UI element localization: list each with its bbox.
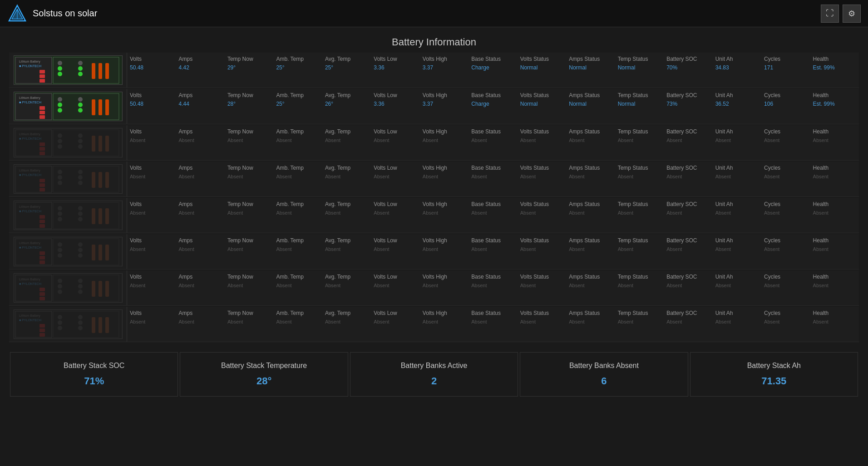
col-header-volts-low: Volts Low bbox=[374, 165, 397, 171]
col-header-temp-now: Temp Now bbox=[227, 165, 253, 171]
bat-4-absent-0: Absent bbox=[130, 174, 145, 179]
battery-image-3: Lithium Battery■ PYLONTECH bbox=[9, 125, 127, 160]
svg-point-132 bbox=[58, 326, 62, 330]
bat-6-absent-11: Absent bbox=[666, 246, 682, 252]
col-header-battery-soc: Battery SOC bbox=[666, 56, 697, 62]
bat-7-absent-1: Absent bbox=[178, 283, 194, 288]
footer-cards: Battery Stack SOC71%Battery Stack Temper… bbox=[9, 351, 859, 397]
svg-rect-34 bbox=[92, 99, 95, 115]
col-header-volts: Volts bbox=[130, 165, 142, 171]
svg-rect-92 bbox=[39, 251, 45, 255]
col-header-volts-status: Volts Status bbox=[520, 56, 549, 62]
col-header-volts-low: Volts Low bbox=[374, 128, 397, 135]
svg-rect-69 bbox=[99, 172, 102, 188]
battery-data-7: VoltsAmpsTemp NowAmb. TempAvg. TempVolts… bbox=[127, 270, 859, 305]
svg-point-113 bbox=[58, 279, 62, 283]
col-header-amb.-temp: Amb. Temp bbox=[276, 310, 303, 316]
bat-5-absent-10: Absent bbox=[618, 210, 633, 216]
col-header-cycles: Cycles bbox=[764, 237, 780, 244]
svg-rect-17 bbox=[92, 63, 95, 79]
battery-image-5: Lithium Battery■ PYLONTECH bbox=[9, 198, 127, 233]
svg-rect-86 bbox=[99, 208, 102, 224]
bat-1-val-10: Normal bbox=[618, 64, 636, 71]
summary-card-value-0: 71% bbox=[20, 375, 168, 387]
col-header-health: Health bbox=[813, 128, 829, 135]
summary-card-0: Battery Stack SOC71% bbox=[10, 352, 178, 397]
col-header-volts-status: Volts Status bbox=[520, 310, 549, 316]
svg-rect-93 bbox=[39, 256, 45, 260]
svg-rect-121 bbox=[105, 281, 109, 297]
bat-3-absent-10: Absent bbox=[618, 137, 633, 143]
svg-rect-70 bbox=[105, 172, 109, 188]
bat-4-absent-2: Absent bbox=[227, 174, 243, 179]
app-title: Solstus on solar bbox=[33, 8, 97, 19]
col-header-volts-high: Volts High bbox=[423, 274, 447, 280]
battery-image-1: Lithium Battery■ PYLONTECH bbox=[9, 53, 127, 88]
bat-2-val-14: Est. 99% bbox=[813, 101, 835, 107]
svg-text:■ PYLONTECH: ■ PYLONTECH bbox=[19, 173, 41, 177]
svg-point-79 bbox=[58, 206, 62, 211]
col-header-amps: Amps bbox=[178, 201, 192, 207]
bat-8-absent-0: Absent bbox=[130, 319, 145, 324]
battery-svg-1: Lithium Battery■ PYLONTECH bbox=[15, 56, 121, 84]
svg-rect-119 bbox=[92, 281, 95, 297]
bat-6-absent-2: Absent bbox=[227, 246, 243, 252]
bat-5-absent-3: Absent bbox=[276, 210, 291, 216]
bat-6-absent-10: Absent bbox=[618, 246, 633, 252]
col-header-volts: Volts bbox=[130, 201, 142, 207]
col-header-health: Health bbox=[813, 274, 829, 280]
svg-point-133 bbox=[78, 315, 83, 319]
bat-3-absent-12: Absent bbox=[715, 137, 731, 143]
svg-text:■ PYLONTECH: ■ PYLONTECH bbox=[19, 282, 41, 285]
battery-svg-4: Lithium Battery■ PYLONTECH bbox=[15, 165, 121, 193]
col-header-volts-high: Volts High bbox=[423, 165, 447, 171]
svg-rect-35 bbox=[99, 99, 102, 115]
col-header-amps-status: Amps Status bbox=[569, 237, 600, 244]
bat-3-absent-7: Absent bbox=[471, 137, 487, 143]
svg-rect-25 bbox=[39, 111, 45, 114]
bat-6-absent-9: Absent bbox=[569, 246, 584, 252]
svg-rect-24 bbox=[39, 106, 45, 110]
bat-6-absent-1: Absent bbox=[178, 246, 194, 252]
svg-rect-110 bbox=[39, 292, 45, 296]
bat-2-val-1: 4.44 bbox=[178, 101, 189, 107]
svg-point-100 bbox=[78, 248, 83, 252]
bat-6-absent-3: Absent bbox=[276, 246, 291, 252]
expand-button[interactable]: ⛶ bbox=[821, 5, 839, 23]
col-header-amps: Amps bbox=[178, 56, 192, 62]
bat-6-absent-7: Absent bbox=[471, 246, 487, 252]
bat-7-absent-8: Absent bbox=[520, 283, 536, 288]
col-header-unit-ah: Unit Ah bbox=[715, 274, 733, 280]
svg-rect-109 bbox=[39, 288, 45, 291]
bat-4-absent-7: Absent bbox=[471, 174, 487, 179]
summary-card-2: Battery Banks Active2 bbox=[350, 352, 518, 397]
svg-point-48 bbox=[78, 133, 83, 138]
bat-5-absent-4: Absent bbox=[325, 210, 340, 216]
bat-8-absent-3: Absent bbox=[276, 319, 291, 324]
col-header-volts-status: Volts Status bbox=[520, 165, 549, 171]
bat-4-absent-3: Absent bbox=[276, 174, 291, 179]
svg-point-135 bbox=[78, 326, 83, 330]
col-header-volts-low: Volts Low bbox=[374, 274, 397, 280]
col-header-volts-high: Volts High bbox=[423, 92, 447, 98]
bat-6-absent-4: Absent bbox=[325, 246, 340, 252]
svg-rect-44 bbox=[53, 130, 119, 156]
svg-rect-111 bbox=[39, 297, 45, 300]
svg-point-84 bbox=[78, 217, 83, 221]
col-header-unit-ah: Unit Ah bbox=[715, 128, 733, 135]
svg-point-83 bbox=[78, 211, 83, 216]
svg-text:■ PYLONTECH: ■ PYLONTECH bbox=[19, 319, 41, 322]
col-header-volts-low: Volts Low bbox=[374, 310, 397, 316]
bat-1-val-0: 50.48 bbox=[130, 64, 143, 71]
bat-1-val-14: Est. 99% bbox=[813, 64, 835, 71]
battery-image-8: Lithium Battery■ PYLONTECH bbox=[9, 307, 127, 342]
svg-text:Lithium Battery: Lithium Battery bbox=[19, 132, 40, 136]
bat-4-absent-10: Absent bbox=[618, 174, 633, 179]
settings-button[interactable]: ⚙ bbox=[843, 5, 861, 23]
col-header-temp-status: Temp Status bbox=[618, 56, 648, 62]
svg-text:Lithium Battery: Lithium Battery bbox=[19, 169, 40, 172]
col-header-base-status: Base Status bbox=[471, 92, 501, 98]
page-title: Battery Information bbox=[0, 27, 868, 53]
svg-point-31 bbox=[78, 97, 83, 102]
col-header-amps-status: Amps Status bbox=[569, 274, 600, 280]
